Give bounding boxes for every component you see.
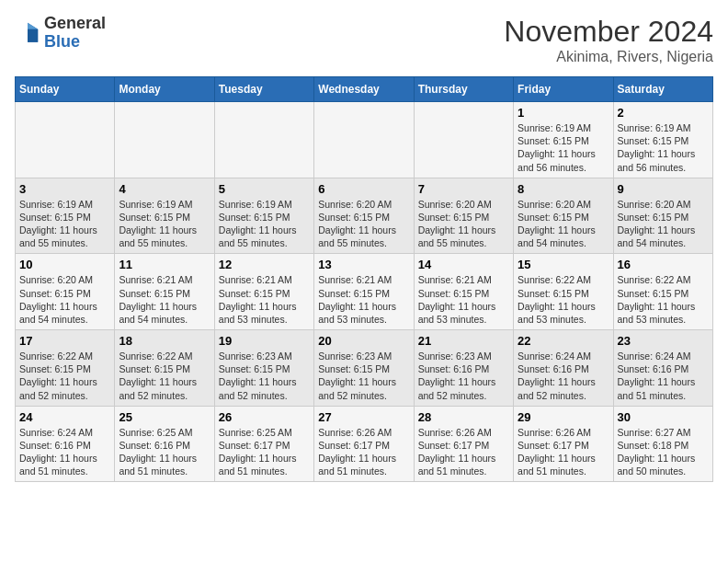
calendar-cell: 25Sunrise: 6:25 AM Sunset: 6:16 PM Dayli… bbox=[115, 406, 214, 482]
day-number: 1 bbox=[518, 106, 609, 120]
day-info: Sunrise: 6:20 AM Sunset: 6:15 PM Dayligh… bbox=[518, 198, 609, 250]
day-number: 16 bbox=[618, 258, 709, 271]
calendar-cell: 3Sunrise: 6:19 AM Sunset: 6:15 PM Daylig… bbox=[16, 178, 115, 254]
day-info: Sunrise: 6:21 AM Sunset: 6:15 PM Dayligh… bbox=[219, 273, 310, 326]
header-tuesday: Tuesday bbox=[214, 77, 313, 102]
calendar-cell: 2Sunrise: 6:19 AM Sunset: 6:15 PM Daylig… bbox=[613, 102, 712, 178]
day-info: Sunrise: 6:26 AM Sunset: 6:17 PM Dayligh… bbox=[418, 426, 509, 478]
calendar-cell: 4Sunrise: 6:19 AM Sunset: 6:15 PM Daylig… bbox=[115, 178, 214, 254]
calendar-cell: 22Sunrise: 6:24 AM Sunset: 6:16 PM Dayli… bbox=[514, 330, 613, 407]
logo: General Blue bbox=[15, 15, 106, 52]
day-info: Sunrise: 6:25 AM Sunset: 6:16 PM Dayligh… bbox=[119, 426, 210, 478]
day-info: Sunrise: 6:21 AM Sunset: 6:15 PM Dayligh… bbox=[119, 273, 210, 326]
calendar-table: Sunday Monday Tuesday Wednesday Thursday… bbox=[15, 76, 713, 482]
calendar-cell: 19Sunrise: 6:23 AM Sunset: 6:15 PM Dayli… bbox=[214, 330, 313, 407]
calendar-cell: 26Sunrise: 6:25 AM Sunset: 6:17 PM Dayli… bbox=[214, 406, 313, 482]
calendar-cell bbox=[314, 102, 414, 178]
calendar-cell: 28Sunrise: 6:26 AM Sunset: 6:17 PM Dayli… bbox=[414, 406, 513, 482]
calendar-cell: 16Sunrise: 6:22 AM Sunset: 6:15 PM Dayli… bbox=[613, 254, 712, 330]
title-block: November 2024 Akinima, Rivers, Nigeria bbox=[504, 15, 713, 65]
day-info: Sunrise: 6:22 AM Sunset: 6:15 PM Dayligh… bbox=[518, 273, 609, 326]
day-number: 2 bbox=[618, 106, 709, 120]
day-number: 5 bbox=[219, 182, 310, 196]
day-info: Sunrise: 6:23 AM Sunset: 6:15 PM Dayligh… bbox=[318, 350, 409, 402]
day-info: Sunrise: 6:27 AM Sunset: 6:18 PM Dayligh… bbox=[618, 426, 709, 478]
calendar-cell: 6Sunrise: 6:20 AM Sunset: 6:15 PM Daylig… bbox=[314, 178, 414, 254]
svg-marker-1 bbox=[28, 23, 38, 29]
calendar-cell: 15Sunrise: 6:22 AM Sunset: 6:15 PM Dayli… bbox=[514, 254, 613, 330]
header-saturday: Saturday bbox=[613, 77, 712, 102]
day-info: Sunrise: 6:22 AM Sunset: 6:15 PM Dayligh… bbox=[19, 350, 110, 402]
day-info: Sunrise: 6:25 AM Sunset: 6:17 PM Dayligh… bbox=[219, 426, 310, 478]
day-number: 7 bbox=[418, 182, 509, 196]
day-number: 12 bbox=[219, 258, 310, 271]
day-info: Sunrise: 6:19 AM Sunset: 6:15 PM Dayligh… bbox=[119, 198, 210, 250]
calendar-cell: 17Sunrise: 6:22 AM Sunset: 6:15 PM Dayli… bbox=[16, 330, 115, 407]
calendar-cell: 1Sunrise: 6:19 AM Sunset: 6:15 PM Daylig… bbox=[514, 102, 613, 178]
calendar-week-3: 10Sunrise: 6:20 AM Sunset: 6:15 PM Dayli… bbox=[16, 254, 713, 330]
calendar-cell: 9Sunrise: 6:20 AM Sunset: 6:15 PM Daylig… bbox=[613, 178, 712, 254]
header-sunday: Sunday bbox=[16, 77, 115, 102]
calendar-cell: 13Sunrise: 6:21 AM Sunset: 6:15 PM Dayli… bbox=[314, 254, 414, 330]
day-info: Sunrise: 6:21 AM Sunset: 6:15 PM Dayligh… bbox=[318, 273, 409, 326]
calendar-cell: 5Sunrise: 6:19 AM Sunset: 6:15 PM Daylig… bbox=[214, 178, 313, 254]
day-info: Sunrise: 6:24 AM Sunset: 6:16 PM Dayligh… bbox=[518, 350, 609, 402]
page-header: General Blue November 2024 Akinima, Rive… bbox=[15, 15, 713, 65]
day-number: 20 bbox=[318, 334, 409, 348]
calendar-cell: 14Sunrise: 6:21 AM Sunset: 6:15 PM Dayli… bbox=[414, 254, 513, 330]
calendar-week-1: 1Sunrise: 6:19 AM Sunset: 6:15 PM Daylig… bbox=[16, 102, 713, 178]
day-number: 11 bbox=[119, 258, 210, 271]
calendar-cell: 10Sunrise: 6:20 AM Sunset: 6:15 PM Dayli… bbox=[16, 254, 115, 330]
calendar-week-4: 17Sunrise: 6:22 AM Sunset: 6:15 PM Dayli… bbox=[16, 330, 713, 407]
day-info: Sunrise: 6:22 AM Sunset: 6:15 PM Dayligh… bbox=[119, 350, 210, 402]
day-number: 8 bbox=[518, 182, 609, 196]
day-info: Sunrise: 6:19 AM Sunset: 6:15 PM Dayligh… bbox=[19, 198, 110, 250]
day-number: 17 bbox=[19, 334, 110, 348]
day-number: 18 bbox=[119, 334, 210, 348]
calendar-cell bbox=[16, 102, 115, 178]
day-number: 22 bbox=[518, 334, 609, 348]
day-number: 13 bbox=[318, 258, 409, 271]
day-number: 3 bbox=[19, 182, 110, 196]
day-info: Sunrise: 6:24 AM Sunset: 6:16 PM Dayligh… bbox=[618, 350, 709, 402]
day-number: 24 bbox=[19, 410, 110, 424]
header-friday: Friday bbox=[514, 77, 613, 102]
calendar-cell: 27Sunrise: 6:26 AM Sunset: 6:17 PM Dayli… bbox=[314, 406, 414, 482]
day-number: 25 bbox=[119, 410, 210, 424]
logo-text: General Blue bbox=[44, 15, 106, 52]
calendar-week-2: 3Sunrise: 6:19 AM Sunset: 6:15 PM Daylig… bbox=[16, 178, 713, 254]
calendar-week-5: 24Sunrise: 6:24 AM Sunset: 6:16 PM Dayli… bbox=[16, 406, 713, 482]
day-number: 29 bbox=[518, 410, 609, 424]
calendar-cell: 29Sunrise: 6:26 AM Sunset: 6:17 PM Dayli… bbox=[514, 406, 613, 482]
calendar-cell: 7Sunrise: 6:20 AM Sunset: 6:15 PM Daylig… bbox=[414, 178, 513, 254]
calendar-cell: 24Sunrise: 6:24 AM Sunset: 6:16 PM Dayli… bbox=[16, 406, 115, 482]
day-number: 30 bbox=[618, 410, 709, 424]
calendar-cell: 18Sunrise: 6:22 AM Sunset: 6:15 PM Dayli… bbox=[115, 330, 214, 407]
day-info: Sunrise: 6:19 AM Sunset: 6:15 PM Dayligh… bbox=[618, 121, 709, 174]
day-info: Sunrise: 6:20 AM Sunset: 6:15 PM Dayligh… bbox=[618, 198, 709, 250]
calendar-cell bbox=[414, 102, 513, 178]
day-number: 28 bbox=[418, 410, 509, 424]
header-row: Sunday Monday Tuesday Wednesday Thursday… bbox=[16, 77, 713, 102]
svg-marker-2 bbox=[28, 29, 38, 42]
day-number: 26 bbox=[219, 410, 310, 424]
calendar-cell: 21Sunrise: 6:23 AM Sunset: 6:16 PM Dayli… bbox=[414, 330, 513, 407]
calendar-cell: 20Sunrise: 6:23 AM Sunset: 6:15 PM Dayli… bbox=[314, 330, 414, 407]
day-number: 6 bbox=[318, 182, 409, 196]
day-number: 10 bbox=[19, 258, 110, 271]
calendar-body: 1Sunrise: 6:19 AM Sunset: 6:15 PM Daylig… bbox=[16, 102, 713, 482]
calendar-cell bbox=[214, 102, 313, 178]
day-info: Sunrise: 6:19 AM Sunset: 6:15 PM Dayligh… bbox=[518, 121, 609, 174]
calendar-header: Sunday Monday Tuesday Wednesday Thursday… bbox=[16, 77, 713, 102]
calendar-cell: 23Sunrise: 6:24 AM Sunset: 6:16 PM Dayli… bbox=[613, 330, 712, 407]
day-number: 19 bbox=[219, 334, 310, 348]
day-info: Sunrise: 6:21 AM Sunset: 6:15 PM Dayligh… bbox=[418, 273, 509, 326]
day-number: 21 bbox=[418, 334, 509, 348]
day-info: Sunrise: 6:26 AM Sunset: 6:17 PM Dayligh… bbox=[518, 426, 609, 478]
day-info: Sunrise: 6:22 AM Sunset: 6:15 PM Dayligh… bbox=[618, 273, 709, 326]
day-info: Sunrise: 6:23 AM Sunset: 6:16 PM Dayligh… bbox=[418, 350, 509, 402]
day-info: Sunrise: 6:26 AM Sunset: 6:17 PM Dayligh… bbox=[318, 426, 409, 478]
day-info: Sunrise: 6:20 AM Sunset: 6:15 PM Dayligh… bbox=[318, 198, 409, 250]
day-number: 14 bbox=[418, 258, 509, 271]
day-number: 4 bbox=[119, 182, 210, 196]
